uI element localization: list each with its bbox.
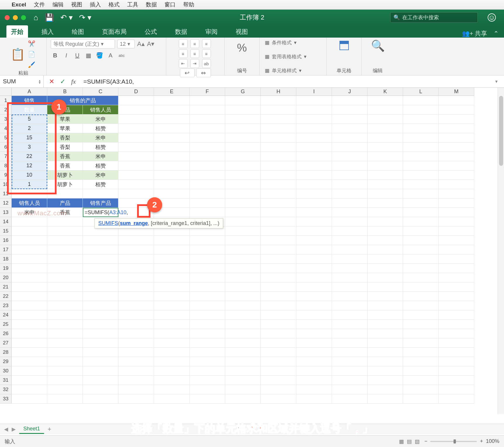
cell[interactable] [261, 142, 296, 152]
column-header[interactable]: E [154, 88, 190, 96]
cell[interactable] [439, 96, 474, 105]
cell[interactable] [190, 301, 225, 310]
zoom-level[interactable]: 100% [486, 438, 499, 444]
align-center-icon[interactable]: ≡ [190, 49, 199, 58]
cell[interactable] [368, 124, 403, 133]
cell[interactable] [403, 170, 439, 180]
cell[interactable] [439, 189, 474, 198]
cell[interactable] [332, 170, 368, 180]
row-header[interactable]: 4 [0, 124, 12, 133]
cell[interactable] [261, 96, 296, 105]
add-sheet-icon[interactable]: + [48, 425, 51, 433]
cell[interactable] [12, 282, 47, 292]
cell[interactable] [47, 236, 83, 245]
cell[interactable] [332, 254, 368, 264]
cell[interactable] [83, 348, 118, 357]
column-header[interactable]: D [118, 88, 154, 96]
collapse-ribbon-icon[interactable]: ⌃ [494, 30, 499, 37]
cell[interactable] [368, 338, 403, 348]
redo-icon[interactable]: ↷ ▾ [79, 13, 91, 22]
cell[interactable] [332, 236, 368, 245]
row-header[interactable]: 18 [0, 254, 12, 264]
cell[interactable] [83, 292, 118, 301]
align-right-icon[interactable]: ≡ [202, 49, 211, 58]
cell[interactable] [439, 357, 474, 366]
cell[interactable] [47, 301, 83, 310]
cell[interactable] [118, 180, 154, 189]
cell[interactable] [190, 142, 225, 152]
cell[interactable] [261, 301, 296, 310]
row-header[interactable]: 11 [0, 189, 12, 198]
cell[interactable]: 产品 [47, 198, 83, 208]
cell[interactable] [439, 385, 474, 394]
cell[interactable] [154, 254, 190, 264]
row-header[interactable]: 1 [0, 96, 12, 105]
menu-view[interactable]: 视图 [71, 1, 82, 8]
cell[interactable] [368, 208, 403, 217]
indent-dec-icon[interactable]: ⇤ [179, 59, 188, 68]
cell[interactable] [12, 338, 47, 348]
cell[interactable] [296, 198, 332, 208]
conditional-format-button[interactable]: ▦条件格式▾ [265, 39, 297, 46]
cell[interactable] [190, 124, 225, 133]
cell[interactable] [225, 226, 261, 236]
cell[interactable] [439, 366, 474, 376]
cell[interactable] [83, 264, 118, 273]
cell[interactable] [154, 348, 190, 357]
cell[interactable] [439, 310, 474, 320]
cell[interactable] [261, 273, 296, 282]
cell[interactable] [83, 236, 118, 245]
cell[interactable] [261, 366, 296, 376]
cell[interactable] [261, 376, 296, 385]
cell[interactable] [403, 105, 439, 115]
cell[interactable] [154, 338, 190, 348]
cell[interactable] [439, 180, 474, 189]
cell[interactable] [47, 348, 83, 357]
cell[interactable] [439, 376, 474, 385]
cell[interactable] [225, 338, 261, 348]
cell[interactable] [47, 338, 83, 348]
cell[interactable] [190, 320, 225, 329]
cell[interactable]: 米申 [83, 152, 118, 161]
cell[interactable] [225, 115, 261, 124]
share-button[interactable]: 👥+ 共享 [462, 29, 487, 38]
cell[interactable]: 米申 [83, 133, 118, 142]
cell[interactable] [154, 236, 190, 245]
cell[interactable] [261, 217, 296, 226]
cell[interactable] [296, 189, 332, 198]
cell[interactable] [118, 236, 154, 245]
cell[interactable] [12, 329, 47, 338]
cell[interactable] [403, 124, 439, 133]
cell[interactable] [47, 217, 83, 226]
sheet-nav-prev-icon[interactable]: ◀ [4, 426, 8, 432]
cell[interactable] [118, 161, 154, 170]
cell[interactable]: 数量 [12, 105, 47, 115]
cell[interactable] [296, 264, 332, 273]
cell[interactable] [403, 282, 439, 292]
cell[interactable] [403, 226, 439, 236]
font-size-select[interactable]: 12▾ [117, 40, 135, 48]
column-header[interactable]: B [47, 88, 83, 96]
cell[interactable] [332, 105, 368, 115]
cell[interactable] [118, 301, 154, 310]
cell[interactable] [47, 273, 83, 282]
cell[interactable] [154, 264, 190, 273]
cell[interactable] [83, 394, 118, 404]
cell[interactable] [154, 189, 190, 198]
worksheet[interactable]: ABCDEFGHIJKLM 12345678910111213141516171… [0, 88, 504, 414]
cell[interactable] [296, 96, 332, 105]
cell[interactable] [154, 366, 190, 376]
cell[interactable] [154, 310, 190, 320]
cell[interactable] [154, 133, 190, 142]
align-top-icon[interactable]: ≡ [179, 39, 188, 48]
cell[interactable] [368, 142, 403, 152]
cell[interactable] [368, 254, 403, 264]
cell[interactable] [332, 161, 368, 170]
cell[interactable] [261, 180, 296, 189]
cell[interactable] [261, 226, 296, 236]
cell[interactable] [332, 282, 368, 292]
cell[interactable] [261, 124, 296, 133]
cell[interactable] [403, 320, 439, 329]
menu-edit[interactable]: 编辑 [52, 1, 64, 8]
cell[interactable] [261, 133, 296, 142]
